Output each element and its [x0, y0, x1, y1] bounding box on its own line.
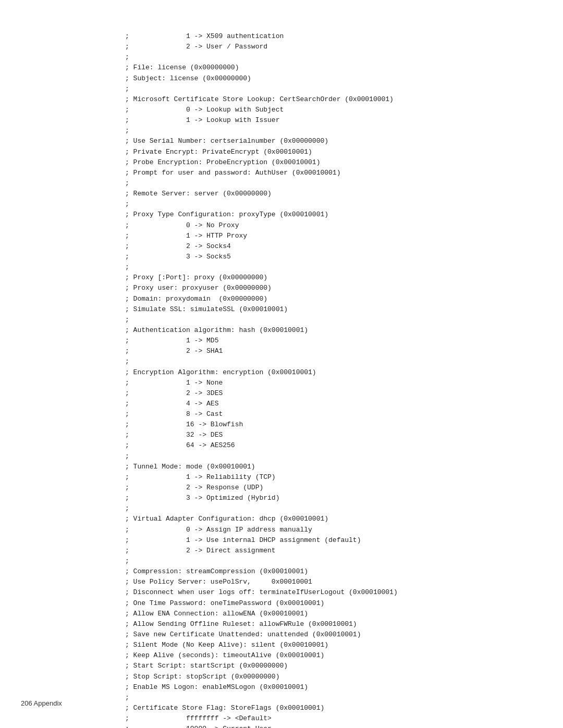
code-content: ; 1 -> X509 authentication ; 2 -> User /… [125, 31, 542, 728]
page-footer: 206 Appendix [21, 699, 62, 707]
